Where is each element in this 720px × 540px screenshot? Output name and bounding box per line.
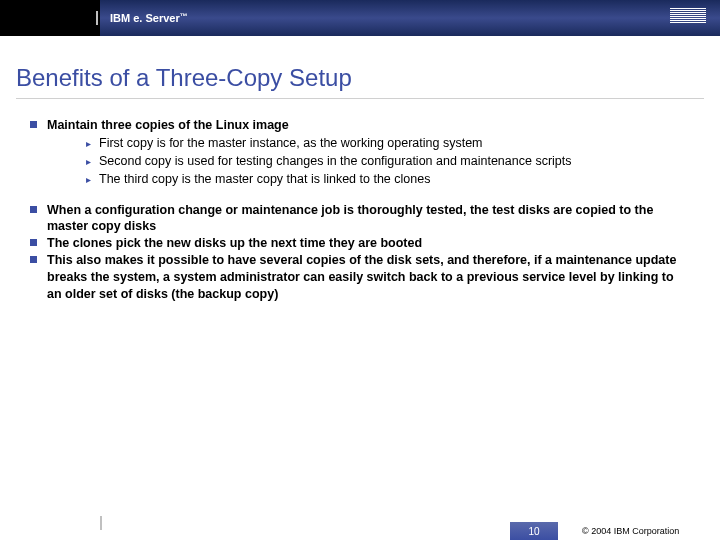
sub-bullet: ▸ First copy is for the master instance,… (86, 135, 690, 152)
sub-bullet: ▸ Second copy is used for testing change… (86, 153, 690, 170)
bullet-text: When a configuration change or maintenan… (47, 202, 690, 236)
secondary-bullet-block: When a configuration change or maintenan… (30, 202, 690, 303)
slide-footer: 10 © 2004 IBM Corporation (0, 518, 720, 540)
bullet-text: The clones pick the new disks up the nex… (47, 235, 422, 252)
footer-tick-icon (100, 516, 102, 530)
sub-bullet: ▸ The third copy is the master copy that… (86, 171, 690, 188)
page-number: 10 (510, 522, 558, 540)
footer-strip: 10 © 2004 IBM Corporation (440, 522, 720, 540)
footer-dots-decor (440, 522, 510, 540)
arrow-bullet-icon: ▸ (86, 173, 91, 187)
bullet-main-text: Maintain three copies of the Linux image (47, 117, 289, 134)
bullet-item: When a configuration change or maintenan… (30, 202, 690, 236)
arrow-bullet-icon: ▸ (86, 137, 91, 151)
sub-bullet-text: Second copy is used for testing changes … (99, 153, 572, 170)
bullet-main: Maintain three copies of the Linux image (30, 117, 690, 134)
slide-content: Maintain three copies of the Linux image… (0, 99, 720, 303)
bullet-text: This also makes it possible to have seve… (47, 252, 690, 303)
bullet-item: This also makes it possible to have seve… (30, 252, 690, 303)
square-bullet-icon (30, 206, 37, 213)
slide-title: Benefits of a Three-Copy Setup (16, 64, 720, 92)
ibm-logo-icon (670, 8, 706, 23)
square-bullet-icon (30, 121, 37, 128)
sub-bullet-list: ▸ First copy is for the master instance,… (86, 135, 690, 188)
brand-label: IBM e. Server™ (110, 12, 188, 24)
sub-bullet-text: The third copy is the master copy that i… (99, 171, 430, 188)
arrow-bullet-icon: ▸ (86, 155, 91, 169)
slide-header: IBM e. Server™ (0, 0, 720, 36)
brand-text: IBM e. Server (110, 12, 180, 24)
square-bullet-icon (30, 239, 37, 246)
copyright-text: © 2004 IBM Corporation (582, 526, 679, 536)
square-bullet-icon (30, 256, 37, 263)
brand-tm: ™ (180, 12, 188, 21)
header-left-block (0, 0, 100, 36)
header-tick-icon (96, 11, 98, 25)
sub-bullet-text: First copy is for the master instance, a… (99, 135, 483, 152)
header-dots-decor (270, 0, 470, 36)
bullet-item: The clones pick the new disks up the nex… (30, 235, 690, 252)
